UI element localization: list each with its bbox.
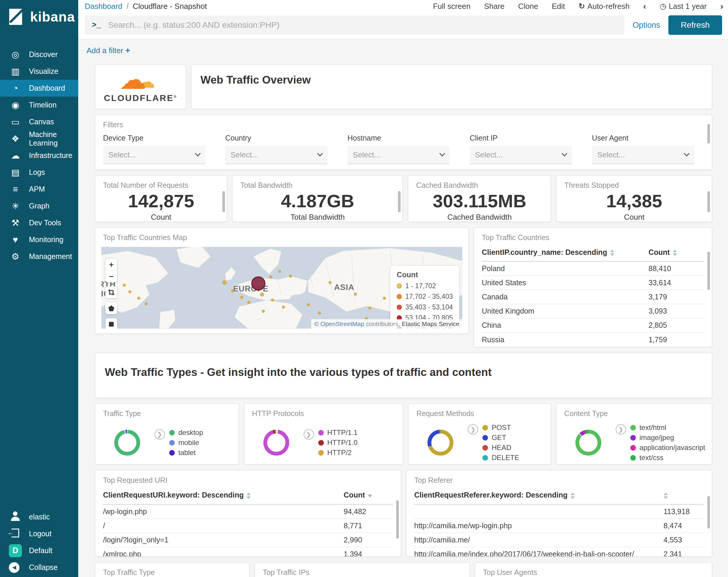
clone-button[interactable]: Clone xyxy=(518,2,538,11)
collapse-icon: ◀ xyxy=(9,562,22,573)
fullscreen-button[interactable]: Full screen xyxy=(433,2,471,11)
search-field-container[interactable]: >_ xyxy=(85,16,624,34)
breadcrumb-dashboard-link[interactable]: Dashboard xyxy=(85,2,122,11)
zoom-in-button[interactable]: + xyxy=(105,259,117,271)
sidebar-item-user[interactable]: elastic xyxy=(0,508,78,525)
legend-item[interactable]: image/jpeg xyxy=(630,433,705,442)
column-header[interactable]: Count xyxy=(344,491,393,500)
legend-expand-icon[interactable]: ❯ xyxy=(154,429,165,440)
time-back-button[interactable]: ‹ xyxy=(643,1,646,11)
scrollbar[interactable] xyxy=(707,252,710,290)
legend-expand-icon[interactable]: ❯ xyxy=(468,424,478,435)
legend-item[interactable]: mobile xyxy=(169,438,203,447)
time-forward-button[interactable]: › xyxy=(720,1,723,11)
table-row[interactable]: /wp-login.php94,482 xyxy=(103,505,393,519)
table-row[interactable]: United States33,614 xyxy=(482,276,704,290)
sidebar-item-space-default[interactable]: D Default xyxy=(0,542,78,559)
table-row[interactable]: Canada3,179 xyxy=(482,290,704,304)
http-protocols-donut-chart[interactable] xyxy=(263,430,289,456)
zoom-out-button[interactable]: − xyxy=(105,271,117,282)
edit-button[interactable]: Edit xyxy=(552,2,565,11)
legend-item[interactable]: text/html xyxy=(630,423,705,432)
sidebar-item-collapse[interactable]: ◀ Collapse xyxy=(0,559,78,576)
legend-swatch xyxy=(483,425,488,430)
table-row[interactable]: http://camilia.me/wp-login.php8,474 xyxy=(414,519,704,533)
fit-bounds-button[interactable] xyxy=(105,286,117,298)
auto-refresh-button[interactable]: ↻ Auto-refresh xyxy=(579,2,630,11)
table-row[interactable]: /xmlrpc.php1,394 xyxy=(103,547,393,557)
table-row[interactable]: 113,918 xyxy=(414,505,704,519)
refresh-button[interactable]: Refresh xyxy=(668,15,722,35)
column-header[interactable]: ClientRequestURI.keyword: Descending xyxy=(103,491,344,500)
device-type-select[interactable]: Select... xyxy=(103,146,205,164)
search-input[interactable] xyxy=(107,20,617,30)
request-methods-donut-chart[interactable] xyxy=(427,430,453,456)
table-row[interactable]: /8,771 xyxy=(103,519,393,533)
legend-item[interactable]: tablet xyxy=(169,449,203,457)
legend-item[interactable]: HEAD xyxy=(483,444,519,452)
sidebar-item-visualize[interactable]: ▥ Visualize xyxy=(0,63,78,80)
kibana-wordmark: kibana xyxy=(30,9,75,25)
legend-expand-icon[interactable]: ❯ xyxy=(304,429,314,440)
column-header[interactable]: Count xyxy=(649,248,704,257)
user-agent-select[interactable]: Select... xyxy=(592,146,694,164)
legend-item[interactable]: POST xyxy=(483,423,519,432)
sidebar-item-canvas[interactable]: ▭ Canvas xyxy=(0,114,78,130)
legend-item[interactable]: text/css xyxy=(630,454,705,462)
sidebar-item-machine-learning[interactable]: ❖ Machine Learning xyxy=(0,130,78,147)
table-row[interactable]: China2,805 xyxy=(482,318,704,332)
sidebar-item-monitoring[interactable]: ♥ Monitoring xyxy=(0,231,78,248)
scrollbar[interactable] xyxy=(396,500,399,538)
square-icon xyxy=(108,321,114,327)
sidebar-item-management[interactable]: ⚙ Management xyxy=(0,248,78,265)
column-header[interactable]: ClientIP.country_name: Descending xyxy=(482,248,649,257)
legend-item[interactable]: GET xyxy=(483,433,519,442)
table-row[interactable]: United Kingdom3,093 xyxy=(482,304,704,318)
country-select[interactable]: Select... xyxy=(225,146,328,164)
sidebar-item-timelion[interactable]: ◉ Timelion xyxy=(0,97,78,114)
hostname-select[interactable]: Select... xyxy=(347,146,450,164)
scrollbar[interactable] xyxy=(398,191,400,212)
share-button[interactable]: Share xyxy=(484,2,504,11)
sidebar-item-graph[interactable]: ✳ Graph xyxy=(0,198,78,215)
scrollbar[interactable] xyxy=(707,191,710,212)
sidebar-item-logout[interactable]: Logout xyxy=(0,525,78,542)
sidebar-item-logs[interactable]: ▤ Logs xyxy=(0,164,78,181)
legend-item[interactable]: HTTP/1.0 xyxy=(318,438,358,447)
graph-icon: ✳ xyxy=(9,202,22,210)
osm-link[interactable]: © OpenStreetMap xyxy=(314,320,364,327)
poland-traffic-bubble[interactable] xyxy=(251,276,265,291)
table-row[interactable]: /login/?login_only=12,990 xyxy=(103,533,393,547)
legend-expand-icon[interactable]: ❯ xyxy=(616,424,626,435)
client-ip-select[interactable]: Select... xyxy=(470,146,572,164)
sidebar-item-apm[interactable]: ≡ APM xyxy=(0,181,78,198)
scrollbar[interactable] xyxy=(707,496,710,529)
table-row[interactable]: http://camilia.me/4,553 xyxy=(414,533,704,547)
scrollbar[interactable] xyxy=(222,191,225,212)
kibana-logo[interactable]: kibana xyxy=(0,0,78,46)
sidebar-item-dev-tools[interactable]: ⚒ Dev Tools xyxy=(0,215,78,231)
world-map[interactable]: NORTHAMERICA EUROPE ASIA xyxy=(101,247,462,329)
content-type-donut-chart[interactable] xyxy=(575,430,601,456)
legend-item[interactable]: HTTP/1.1 xyxy=(318,428,358,437)
draw-rectangle-button[interactable] xyxy=(105,318,117,329)
draw-polygon-button[interactable] xyxy=(105,302,117,314)
elastic-maps-link[interactable]: Elastic Maps Service xyxy=(402,320,459,327)
legend-item[interactable]: application/javascript xyxy=(630,444,705,452)
add-filter-button[interactable]: Add a filter + xyxy=(86,46,130,55)
traffic-type-donut-chart[interactable] xyxy=(114,430,140,456)
table-row[interactable]: Poland88,410 xyxy=(482,261,704,276)
column-header[interactable]: ClientRequestReferer.keyword: Descending xyxy=(414,491,664,500)
table-row[interactable]: Russia1,759 xyxy=(482,332,704,347)
column-header[interactable] xyxy=(664,491,704,500)
sidebar-item-discover[interactable]: ◎ Discover xyxy=(0,46,78,63)
legend-item[interactable]: DELETE xyxy=(483,454,519,462)
options-link[interactable]: Options xyxy=(633,21,660,30)
sidebar-item-infrastructure[interactable]: ☁ Infrastructure xyxy=(0,147,78,164)
scrollbar[interactable] xyxy=(707,124,710,144)
time-picker-button[interactable]: ◷ Last 1 year xyxy=(660,2,707,11)
sidebar-item-dashboard[interactable]: ◔ Dashboard xyxy=(0,80,78,97)
table-row[interactable]: http://camilia.me/index.php/2017/06/17/w… xyxy=(414,547,704,557)
legend-item[interactable]: desktop xyxy=(169,428,203,437)
legend-item[interactable]: HTTP/2 xyxy=(318,449,358,457)
